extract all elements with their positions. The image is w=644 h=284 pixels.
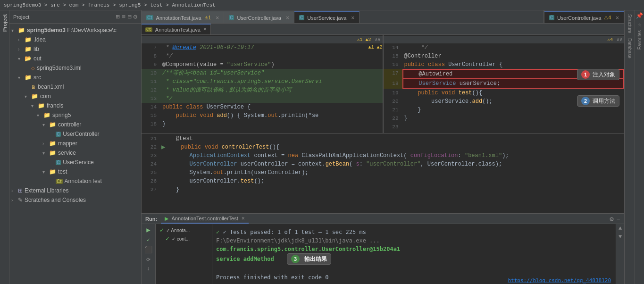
sidebar-header: Project ⊞ ≡ ⊟ ⚙ [9, 10, 141, 24]
run-tab-controller-test[interactable]: ▶ AnnotationTest.controllerTest × [161, 214, 249, 224]
left-editor-scroll[interactable]: ⚠1 ▲2 ∧ ∨ 7 * @create 2021-06-07-19:17 ▲… [142, 35, 383, 133]
run-panel: Run: ▶ AnnotationTest.controllerTest × ⚙… [142, 213, 624, 284]
run-test-tree: ✓ ✓ Annota... ✓ ✓ cont... [156, 224, 212, 284]
output-line-4 [216, 265, 612, 273]
tree-item-com[interactable]: ▾ 📁 com [9, 92, 141, 101]
tree-item-francis[interactable]: ▾ 📁 francis [9, 101, 141, 110]
tab-usercontroller-left[interactable]: C UserController.java × [224, 11, 294, 23]
settings-icon[interactable]: ⚙ [134, 13, 137, 21]
run-scroll-btn[interactable]: ↓ [147, 266, 150, 272]
folder-icon: 📁 [49, 150, 56, 156]
output-url[interactable]: https://blog.csdn.net/qq_44838120 [508, 277, 611, 284]
tree-item-controller[interactable]: ▾ 📁 controller [9, 120, 141, 129]
callout-invoke-label: 调用方法 [593, 97, 615, 105]
run-tree-item-annota[interactable]: ✓ ✓ Annota... [158, 226, 210, 234]
tree-item-idea[interactable]: › 📁 .idea [9, 35, 141, 44]
left-tab-group: Ct AnnotationTest.java ⚠1 × C UserContro… [142, 10, 544, 23]
run-stop-btn[interactable]: ⬛ [144, 246, 152, 254]
tree-arrow: ▾ [11, 28, 18, 33]
settings-run-icon[interactable]: ⚙ [610, 215, 613, 223]
code-line: 15 @Controller [384, 52, 625, 60]
left-pane-warn-bar: ⚠1 ▲2 ∧ ∨ [142, 36, 383, 43]
expand-icon[interactable]: ≡ [122, 13, 125, 21]
callout-output-label: 输出结果 [304, 255, 327, 263]
run-gutter-icon[interactable]: ▶ [161, 143, 165, 151]
tree-item-iml[interactable]: ◇ spring5demo3.iml [9, 63, 141, 73]
tree-item-mapper[interactable]: › 📁 mapper [9, 139, 141, 148]
annotation-tab-close[interactable]: × [203, 26, 207, 33]
tree-arrow: ▾ [18, 56, 25, 61]
output-status: ✓ ✓ Tests passed: 1 of 1 test – 1 sec 22… [216, 228, 612, 236]
run-play-btn[interactable]: ▶ [146, 226, 150, 234]
tab-userservice[interactable]: C UserService.java × [294, 11, 360, 23]
xml-icon: 🗎 [31, 84, 36, 90]
run-tree-item-cont[interactable]: ✓ ✓ cont... [158, 234, 210, 243]
database-tab[interactable]: Database [626, 36, 633, 60]
folder-icon: 📁 [49, 121, 56, 128]
scratch-icon: ✎ [18, 197, 23, 203]
bottom-editor-scroll[interactable]: 21 @test 22 ▶ public void controllerTest… [142, 134, 624, 213]
iml-icon: ◇ [31, 66, 35, 71]
run-label: Run: [145, 216, 157, 222]
code-line: 15 public void add() { System.out.printl… [142, 111, 383, 120]
src-folder-icon: 📁 [25, 74, 32, 81]
sync-icon[interactable]: ⊞ [116, 13, 119, 21]
project-tree: ▾ 📁 spring5demo3 F:\DevWorkspace\c › 📁 .… [9, 24, 141, 284]
tree-item-annotationtest[interactable]: Ct AnnotationTest [9, 176, 141, 186]
favorites-icon[interactable]: ☆ [638, 21, 641, 28]
tree-arrow: › [18, 47, 25, 52]
callout-output: 3 输出结果 [287, 253, 331, 265]
right-pane-warn-bar: ⚠4 ∧ ∨ [384, 36, 625, 43]
run-gutter-down[interactable]: ▼ [619, 234, 622, 240]
tree-item-service[interactable]: ▾ 📁 service [9, 148, 141, 158]
folder-icon: 📁 [49, 140, 56, 147]
tree-item-lib[interactable]: › 📁 lib [9, 44, 141, 54]
structure-tab[interactable]: Structure [626, 12, 633, 35]
favorites-pin-icon[interactable]: 📌 [636, 12, 643, 19]
code-line: 18 } [142, 120, 383, 128]
run-side-toolbar: ▶ ✓ ⬛ ⟳ ↓ [142, 224, 156, 284]
tree-item-test[interactable]: ▾ 📁 test [9, 167, 141, 176]
tree-item-label: ✓ Annota... [166, 228, 190, 233]
tree-item-bean1xml[interactable]: 🗎 bean1.xml [9, 82, 141, 92]
favorites-label[interactable]: Favorites [637, 30, 642, 50]
tree-arrow: › [11, 188, 18, 193]
project-folder-icon: 📁 [18, 27, 25, 33]
right-editor-scroll[interactable]: ⚠4 ∧ ∨ 14 */ 15 [384, 35, 625, 133]
tree-item-spring5[interactable]: ▾ 📁 spring5 [9, 110, 141, 120]
tab-java-icon: C [299, 15, 304, 20]
tab-annotationtest[interactable]: Ct AnnotationTest.java ⚠1 × [142, 11, 224, 23]
run-rerun-btn[interactable]: ⟳ [146, 257, 151, 263]
folder-icon: 📁 [43, 112, 50, 118]
tree-item-spring5demo3[interactable]: ▾ 📁 spring5demo3 F:\DevWorkspace\c [9, 25, 141, 35]
run-tab-close[interactable]: × [242, 215, 245, 222]
tab-java-icon: C [549, 15, 554, 20]
project-tab-label[interactable]: Project [2, 14, 8, 32]
run-output: ✓ ✓ Tests passed: 1 of 1 test – 1 sec 22… [212, 224, 616, 284]
run-right-gutter: ▲ ▼ [616, 224, 624, 284]
tree-item-scratches[interactable]: › ✎ Scratches and Consoles [9, 195, 141, 205]
code-line: 24 UserController userController = conte… [142, 160, 624, 168]
run-content: ▶ ✓ ⬛ ⟳ ↓ ✓ ✓ Annota... ✓ ✓ cont... [142, 224, 624, 284]
run-gutter-up[interactable]: ▲ [619, 225, 622, 232]
tab-java-icon: C [229, 15, 234, 20]
tab-usercontroller-right[interactable]: C UserController.java ⚠4 × [544, 11, 624, 23]
tree-item-usercontroller[interactable]: C UserController [9, 129, 141, 139]
callout-invoke: 2 调用方法 [577, 95, 619, 107]
tree-item-userservice[interactable]: C UserService [9, 158, 141, 167]
project-sidebar-tab[interactable]: Project [0, 10, 9, 284]
ext-lib-icon: ⊞ [18, 187, 23, 194]
tab-ct-icon: Ct [145, 27, 152, 32]
tree-arrow: › [11, 198, 18, 203]
run-pass-icon: ▶ [165, 216, 168, 221]
collapse-icon[interactable]: ⊟ [127, 13, 131, 21]
tree-item-out[interactable]: ▾ 📂 out [9, 54, 141, 63]
tree-item-external-libraries[interactable]: › ⊞ External Libraries [9, 186, 141, 195]
favorites-sidebar: 📌 ☆ Favorites [635, 10, 644, 284]
run-check-btn[interactable]: ✓ [147, 237, 150, 243]
top-tab-bar: Ct AnnotationTest.java ⚠1 × C UserContro… [142, 10, 624, 24]
tree-item-src[interactable]: ▾ 📁 src [9, 73, 141, 82]
code-line: 16 public class UserController { [384, 60, 625, 69]
tab-annotationtest2[interactable]: Ct AnnotationTest.java × [142, 24, 211, 34]
minimize-run-icon[interactable]: – [617, 215, 620, 223]
